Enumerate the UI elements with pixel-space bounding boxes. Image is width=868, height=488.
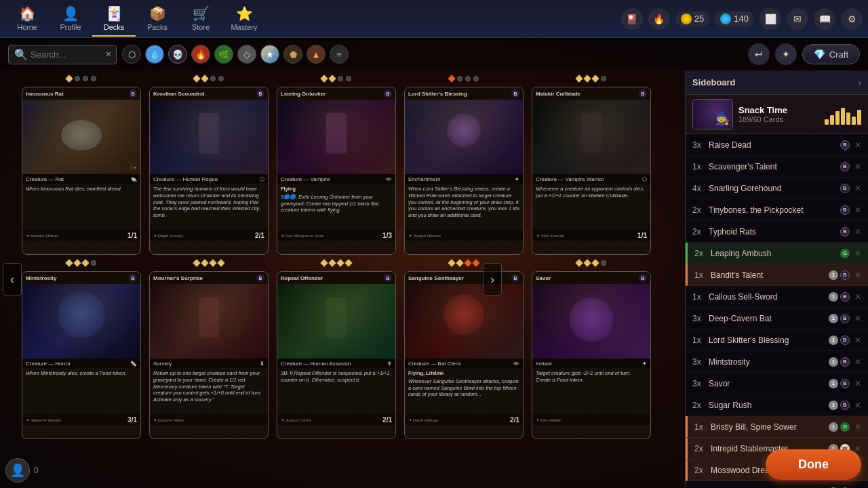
pip-circle — [465, 76, 471, 81]
craft-button[interactable]: 💎 Craft — [802, 44, 860, 64]
settings-btn[interactable]: ⚙ — [841, 8, 863, 30]
mail-btn[interactable]: ✉ — [787, 8, 808, 30]
sidebar-item-raise-dead[interactable]: 3x Raise Dead B ✕ — [686, 134, 868, 156]
wand-btn[interactable]: ✦ — [775, 43, 797, 65]
search-input-wrap[interactable]: 🔍 ✕ — [8, 45, 117, 64]
artist-credit: ✦ Joseph Weston — [408, 233, 441, 238]
card-art — [22, 284, 140, 359]
card-krovikan-scoundrel[interactable]: Krovikan Scoundrel B Creature — Human Ro… — [149, 87, 269, 255]
card-type: Creature — Vampire Warrior — [536, 176, 604, 182]
card-lord-skitters-blessing[interactable]: Lord Skitter's Blessing B Enchantment ✦ … — [404, 87, 524, 255]
card-text: When Mintstrosity dies, create a Food to… — [26, 370, 137, 377]
card-art — [405, 100, 523, 174]
search-input[interactable] — [31, 49, 105, 60]
sidebar: Sideboard › 🧙 Snack Time 189/60 Cards — [685, 70, 868, 488]
card-name: Sanguine Soothsayer — [408, 275, 464, 281]
player-rank: 0 — [34, 466, 39, 475]
sidebar-title: Sideboard — [692, 77, 736, 87]
sidebar-item-sugar-rush[interactable]: 2x Sugar Rush 1 B ✕ — [686, 394, 868, 416]
card-innocuous-rat[interactable]: Innocuous Rat B 1✦ Creature — Rat 🐀 When… — [22, 87, 141, 255]
nav-home[interactable]: 🏠 Home — [5, 1, 49, 37]
filter-multicolor-btn[interactable]: ★ — [260, 45, 279, 64]
artist-credit: ✦ Kay Walker — [536, 418, 561, 422]
wildcard-btn[interactable]: 🎴 — [621, 8, 643, 30]
nav-store-label: Store — [192, 23, 210, 31]
filter-green-btn[interactable]: 🌿 — [214, 45, 233, 64]
sidebar-item-scavengers-talent[interactable]: 1x Scavenger's Talent B ✕ — [686, 156, 868, 178]
filter-colorless-btn[interactable]: ◇ — [237, 45, 256, 64]
card-savor[interactable]: Savor B Instant ✦ Target creature gets -… — [532, 271, 651, 439]
nav-decks[interactable]: 🃏 Decks — [92, 1, 136, 37]
sidebar-item-typhoid-rats[interactable]: 2x Typhoid Rats B ✕ — [686, 221, 868, 243]
card-cost: B — [511, 89, 519, 98]
card-row-2: Mintstrosity B Creature — Horror 🍬 When … — [22, 271, 663, 439]
sidebar-item-mintstrosity[interactable]: 3x Mintstrosity 1 B ✕ — [686, 351, 868, 373]
sidebar-item-snarling-gorehound[interactable]: 4x Snarling Gorehound B ✕ — [686, 178, 868, 199]
sidebar-item-leaping-ambush[interactable]: 2x Leaping Ambush G ✕ — [686, 243, 868, 264]
sidebar-item-bandits-talent[interactable]: 1x Bandit's Talent 1 B ✕ — [686, 264, 868, 286]
card-cost: B — [129, 274, 137, 282]
pip-diamond — [193, 75, 200, 82]
done-button[interactable]: Done — [766, 449, 861, 480]
filter-settings-btn[interactable]: ≡ — [330, 45, 349, 64]
card-type: Creature — Human Rogue — [153, 176, 218, 182]
sidebar-item-lord-skitters-blessing[interactable]: 1x Lord Skitter's Blessing 1 B ✕ — [686, 329, 868, 351]
card-text: Target creature gets -2/-2 until end of … — [536, 370, 647, 384]
filter-black-btn[interactable]: 💀 — [168, 45, 187, 64]
card-type: Creature — Horror — [26, 361, 71, 367]
card-malakir-cullblade[interactable]: Malakir Cullblade B Creature — Vampire W… — [532, 87, 651, 255]
card-leering-onlooker[interactable]: Leering Onlooker B Creature — Vampire 🦇 … — [277, 87, 396, 255]
card-ability: Flying — [281, 186, 392, 192]
card-cost: B — [639, 89, 647, 98]
card-name: Mourner's Surprise — [153, 275, 203, 281]
card-text: When Innocuous Rat dies, manifest dread. — [26, 186, 137, 192]
card-pt: 2/1 — [510, 416, 519, 424]
pip-circle — [218, 76, 224, 81]
artist-credit: ✦ Dan Murayama Scott — [281, 233, 323, 238]
flame-btn[interactable]: 🔥 — [648, 8, 670, 30]
book-btn[interactable]: 📖 — [814, 8, 835, 30]
card-mintstrosity[interactable]: Mintstrosity B Creature — Horror 🍬 When … — [22, 271, 141, 439]
card-text: When Lord Skitter's Blessing enters, cre… — [408, 186, 519, 219]
deck-info: Snack Time 189/60 Cards — [738, 105, 819, 123]
card-sanguine-soothsayer[interactable]: Sanguine Soothsayer B Creature — Bat Cle… — [404, 271, 524, 439]
sidebar-item-over-the-edge[interactable]: 2x Over the Edge... 1 B ✕ — [686, 481, 868, 488]
card-repeat-offender[interactable]: Repeat Offender B Creature — Human Assas… — [277, 271, 396, 439]
artist-credit: ✦ David Astruga — [408, 418, 438, 422]
filter-all-btn[interactable]: ⬡ — [122, 45, 141, 64]
nav-right: 🎴 🔥 25 140 ⬜ ✉ 📖 ⚙ — [621, 8, 863, 30]
card-text: The few surviving humans of Krov would h… — [153, 186, 264, 219]
filter-red-btn[interactable]: 🔥 — [191, 45, 210, 64]
artist-credit: ✦ John Kiernan — [536, 233, 564, 238]
search-icon: 🔍 — [14, 48, 28, 61]
window-btn[interactable]: ⬜ — [760, 8, 781, 30]
nav-packs[interactable]: 📦 Packs — [136, 1, 179, 37]
sidebar-chevron[interactable]: › — [858, 77, 861, 88]
nav-arrow-right[interactable]: › — [483, 263, 502, 296]
card-pt: 1/3 — [382, 232, 392, 239]
card-art — [150, 284, 268, 359]
sidebar-item-tinybones[interactable]: 2x Tinybones, the Pickpocket B ✕ — [686, 199, 868, 221]
card-mourners-surprise[interactable]: Mourner's Surprise B Sorcery ⬇ Return up… — [149, 271, 269, 439]
filter-land-btn[interactable]: ⬟ — [283, 45, 302, 64]
nav-mastery[interactable]: ⭐ Mastery — [222, 1, 266, 37]
search-clear-btn[interactable]: ✕ — [105, 49, 112, 59]
sidebar-item-bristly-bill[interactable]: 1x Bristly Bill, Spine Sower 1 G ✕ — [686, 416, 868, 438]
typhoid-rats-label: Typhoid Rats — [709, 227, 840, 237]
filter-mountain-btn[interactable]: ▲ — [307, 45, 326, 64]
nav-arrow-left[interactable]: ‹ — [3, 263, 22, 296]
artist-credit: ✦ Ralph Horsley — [153, 233, 183, 238]
gold-icon — [681, 14, 692, 24]
undo-btn[interactable]: ↩ — [748, 43, 770, 65]
card-name: Savor — [536, 275, 551, 281]
store-icon: 🛒 — [193, 5, 210, 22]
pip-circle — [338, 76, 343, 81]
card-type: Instant — [536, 361, 552, 367]
sidebar-item-callous-sell-sword[interactable]: 1x Callous Sell-Sword 1 B ✕ — [686, 286, 868, 308]
nav-profile[interactable]: 👤 Profile — [49, 1, 92, 37]
sidebar-item-deep-cavern-bat[interactable]: 3x Deep-Cavern Bat 1 B ✕ — [686, 308, 868, 329]
deck-header: 🧙 Snack Time 189/60 Cards — [686, 95, 868, 134]
filter-blue-btn[interactable]: 💧 — [145, 45, 164, 64]
sidebar-item-savor[interactable]: 3x Savor 1 B ✕ — [686, 373, 868, 394]
nav-store[interactable]: 🛒 Store — [179, 1, 222, 37]
